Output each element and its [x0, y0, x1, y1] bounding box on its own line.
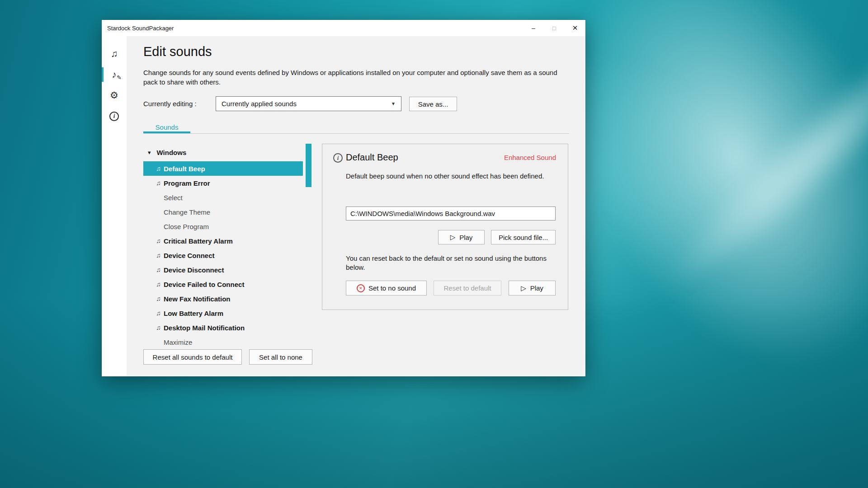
info-icon: i: [109, 112, 119, 121]
music-note-icon: ♫: [156, 310, 164, 317]
save-as-button[interactable]: Save as...: [409, 97, 457, 111]
sound-item-label: New Fax Notification: [164, 295, 231, 303]
sound-item-label: Low Battery Alarm: [164, 310, 223, 317]
titlebar[interactable]: Stardock SoundPackager – □ ✕: [102, 20, 585, 36]
reset-all-label: Reset all sounds to default: [153, 353, 233, 361]
music-note-edit-icon: ♪: [112, 69, 117, 80]
sound-item[interactable]: Close Program: [143, 219, 303, 234]
music-note-icon: ♫: [156, 252, 164, 259]
music-notes-icon: ♫: [111, 48, 118, 59]
sound-item[interactable]: ♫Device Disconnect: [143, 263, 303, 277]
dropdown-value: Currently applied sounds: [222, 100, 297, 108]
music-note-icon: ♫: [156, 179, 164, 187]
pick-sound-file-button[interactable]: Pick sound file...: [491, 230, 556, 244]
close-icon: ✕: [572, 24, 578, 32]
reset-all-sounds-button[interactable]: Reset all sounds to default: [143, 349, 242, 365]
divider: [143, 133, 569, 134]
minimize-icon: –: [532, 24, 535, 32]
sound-item[interactable]: ♫Default Beep: [143, 161, 303, 176]
soundpackager-window: Stardock SoundPackager – □ ✕ ♫♪✎⚙i Edit …: [102, 20, 585, 376]
sound-item-label: Maximize: [164, 338, 192, 346]
music-note-icon: ♫: [156, 266, 164, 273]
sidebar-item-sound-packs[interactable]: ♫: [102, 43, 127, 64]
sound-item-label: Change Theme: [164, 208, 210, 216]
music-note-icon: ♫: [156, 324, 164, 331]
sound-item-label: Device Disconnect: [164, 266, 224, 274]
music-note-icon: ♫: [156, 237, 164, 244]
set-none-label: Set all to none: [259, 353, 302, 361]
sound-item-label: Device Connect: [164, 252, 215, 259]
sound-item[interactable]: ♫New Fax Notification: [143, 291, 303, 306]
sound-detail-panel: i Default Beep Enhanced Sound Default be…: [322, 144, 568, 310]
sound-item-label: Program Error: [164, 179, 210, 187]
page-title: Edit sounds: [143, 43, 212, 60]
pick-sound-file-label: Pick sound file...: [499, 234, 548, 241]
sound-item[interactable]: ♫Program Error: [143, 176, 303, 190]
close-button[interactable]: ✕: [565, 20, 585, 36]
sound-item[interactable]: ♫Critical Battery Alarm: [143, 234, 303, 248]
currently-editing-dropdown[interactable]: Currently applied sounds ▼: [216, 96, 401, 111]
sound-item-label: Default Beep: [164, 165, 205, 173]
sidebar-item-about[interactable]: i: [102, 106, 127, 127]
window-controls: – □ ✕: [523, 20, 585, 36]
sound-item[interactable]: ♫Desktop Mail Notification: [143, 320, 303, 335]
detail-description: Default beep sound when no other sound e…: [346, 172, 554, 180]
reset-to-default-button: Reset to default: [434, 281, 501, 296]
play-button[interactable]: ▷ Play: [438, 230, 485, 244]
tree-group-label: Windows: [157, 149, 187, 156]
set-to-no-sound-button[interactable]: ✕ Set to no sound: [346, 281, 427, 296]
no-sound-x-icon: ✕: [357, 284, 365, 292]
window-title: Stardock SoundPackager: [107, 25, 174, 32]
sound-list: ♫Default Beep♫Program ErrorSelectChange …: [143, 161, 303, 349]
music-note-icon: ♫: [156, 165, 164, 172]
chevron-down-icon: ▼: [391, 101, 396, 106]
info-icon: i: [333, 153, 343, 163]
reset-hint-text: You can reset back to the default or set…: [346, 254, 554, 272]
sound-item[interactable]: ♫Device Failed to Connect: [143, 277, 303, 291]
sound-item-label: Desktop Mail Notification: [164, 324, 245, 332]
sound-item[interactable]: Change Theme: [143, 205, 303, 219]
tree-group-windows[interactable]: ▾ Windows: [143, 145, 303, 160]
reset-to-default-label: Reset to default: [443, 284, 491, 292]
detail-title: Default Beep: [346, 152, 398, 163]
play-icon: ▷: [450, 233, 456, 241]
set-all-to-none-button[interactable]: Set all to none: [249, 349, 312, 365]
sound-item[interactable]: Select: [143, 190, 303, 205]
play-secondary-label: Play: [530, 284, 543, 292]
sound-item-label: Close Program: [164, 223, 209, 230]
enhanced-sound-badge: Enhanced Sound: [504, 154, 556, 161]
scrollbar-thumb[interactable]: [306, 144, 311, 187]
sidebar-item-edit-sounds[interactable]: ♪✎: [102, 64, 127, 85]
play-icon: ▷: [521, 284, 526, 292]
save-as-label: Save as...: [418, 100, 448, 108]
maximize-icon: □: [552, 25, 556, 32]
sound-file-path-input[interactable]: [346, 206, 556, 221]
sound-item[interactable]: Maximize: [143, 335, 303, 349]
music-note-icon: ♫: [156, 281, 164, 288]
play-label: Play: [459, 234, 472, 241]
sidebar: ♫♪✎⚙i: [102, 36, 127, 376]
page-description: Change sounds for any sound events defin…: [143, 68, 568, 87]
sound-item[interactable]: ♫Device Connect: [143, 248, 303, 263]
sound-item-label: Select: [164, 194, 183, 202]
sound-item-label: Device Failed to Connect: [164, 281, 244, 288]
sidebar-item-settings[interactable]: ⚙: [102, 85, 127, 106]
sound-item-label: Critical Battery Alarm: [164, 237, 233, 245]
pencil-icon: ✎: [117, 74, 122, 81]
currently-editing-label: Currently editing :: [143, 100, 197, 108]
music-note-icon: ♫: [156, 295, 164, 302]
sound-item[interactable]: ♫Low Battery Alarm: [143, 306, 303, 320]
minimize-button[interactable]: –: [523, 20, 544, 36]
play-button-secondary[interactable]: ▷ Play: [509, 281, 556, 296]
gear-icon: ⚙: [110, 90, 118, 101]
tab-sounds-label: Sounds: [156, 123, 179, 131]
content-area: Edit sounds Change sounds for any sound …: [127, 36, 585, 376]
chevron-expanded-icon: ▾: [148, 149, 151, 156]
set-to-no-sound-label: Set to no sound: [368, 284, 416, 292]
maximize-button[interactable]: □: [544, 20, 565, 36]
